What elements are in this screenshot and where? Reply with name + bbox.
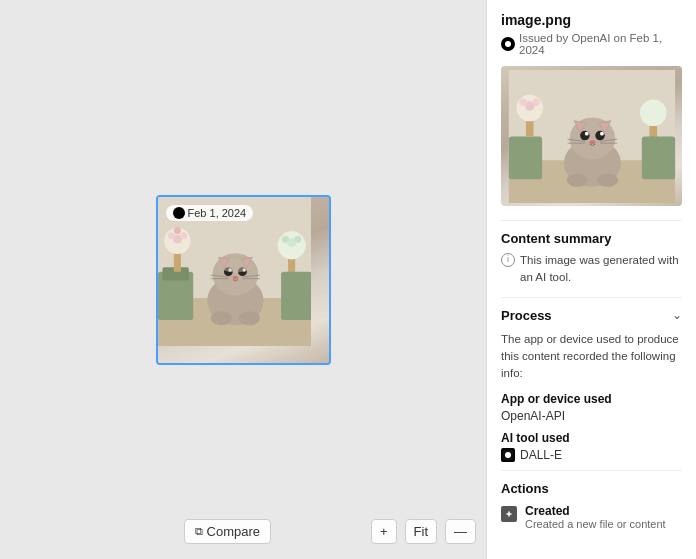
zoom-in-button[interactable]: + [371,519,397,544]
plus-icon: + [380,524,388,539]
thumbnail-date-text: Feb 1, 2024 [188,207,247,219]
svg-point-69 [597,173,618,186]
svg-point-49 [519,98,527,106]
svg-point-15 [294,235,301,242]
ai-tool-label: AI tool used [501,431,682,445]
panel-subtitle: Issued by OpenAI on Feb 1, 2024 [501,32,682,56]
svg-point-36 [238,311,259,325]
svg-point-68 [566,173,587,186]
actions-title: Actions [501,481,682,496]
app-or-device-value: OpenAI-API [501,409,682,423]
svg-point-14 [281,235,288,242]
info-icon: i [501,253,515,267]
svg-point-8 [167,232,174,239]
panel-filename: image.png [501,12,682,28]
actions-section: Actions Created Created a new file or co… [501,470,682,530]
svg-point-10 [173,226,180,233]
process-description: The app or device used to produce this c… [501,331,682,383]
action-created-text: Created Created a new file or content [525,504,666,530]
ai-tool-value-text: DALL-E [520,448,562,462]
svg-point-75 [505,452,511,458]
thumbnail-cat-image [158,197,329,363]
fit-label: Fit [414,524,428,539]
openai-icon [501,37,515,51]
thumbnail-date-badge: Feb 1, 2024 [166,205,254,221]
fit-button[interactable]: Fit [405,519,437,544]
svg-point-35 [210,311,231,325]
panel-image-preview [501,66,682,206]
panel-header: image.png Issued by OpenAI on Feb 1, 202… [501,12,682,56]
svg-point-9 [180,232,187,239]
svg-point-61 [584,131,588,135]
app-or-device-label: App or device used [501,392,682,406]
compare-icon: ⧉ [195,525,203,538]
svg-point-60 [595,130,605,140]
action-created-label: Created [525,504,666,518]
minus-icon: — [454,524,467,539]
main-canvas: Feb 1, 2024 [0,0,486,559]
svg-rect-16 [281,271,312,319]
chevron-down-icon[interactable]: ⌄ [672,308,682,322]
svg-point-52 [639,99,666,126]
content-summary-section: Content summary i This image was generat… [501,220,682,287]
action-created-row: Created Created a new file or content [501,504,682,530]
zoom-toolbar: + Fit — [371,519,476,544]
compare-label: Compare [207,524,260,539]
process-section-header: Process ⌄ [501,297,682,323]
action-created-description: Created a new file or content [525,518,666,530]
svg-point-50 [532,98,540,106]
content-summary-description: This image was generated with an AI tool… [520,252,682,287]
content-summary-title: Content summary [501,231,682,246]
compare-button[interactable]: ⧉ Compare [184,519,271,544]
zoom-out-button[interactable]: — [445,519,476,544]
svg-rect-45 [508,136,541,179]
openai-small-icon [173,207,185,219]
ai-tool-value-row: DALL-E [501,448,682,462]
svg-point-63 [589,140,595,144]
issued-by-text: Issued by OpenAI on Feb 1, 2024 [519,32,682,56]
svg-point-29 [232,276,237,280]
action-created-icon [501,506,517,522]
content-summary-content: i This image was generated with an AI to… [501,252,682,287]
process-title: Process [501,308,552,323]
dalle-icon [501,448,515,462]
svg-rect-53 [641,136,674,179]
svg-point-62 [600,131,604,135]
panel-cat-illustration [506,70,678,203]
svg-point-41 [505,41,511,47]
right-panel: image.png Issued by OpenAI on Feb 1, 202… [486,0,696,559]
selected-image-thumbnail[interactable]: Feb 1, 2024 [156,195,331,365]
svg-point-59 [580,130,590,140]
